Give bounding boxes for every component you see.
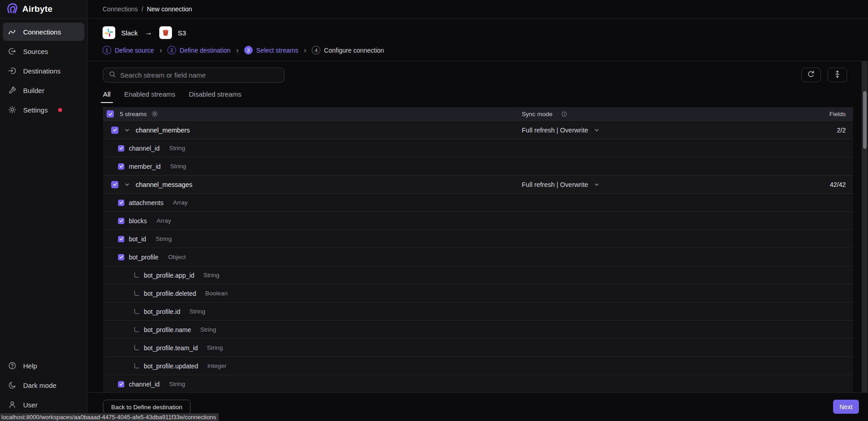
moon-icon [7,380,17,390]
field-name: bot_profile [129,254,158,261]
sidebar-item-dark-mode[interactable]: Dark mode [3,376,84,394]
tree-connector-icon [133,308,140,315]
field-row[interactable]: bot_profile.deletedBoolean [103,284,853,302]
next-button[interactable]: Next [833,400,859,414]
field-type: String [207,344,223,351]
sidebar-item-settings[interactable]: Settings [3,101,84,119]
scrollbar-thumb[interactable] [863,91,867,149]
step-configure-connection[interactable]: 4Configure connection [312,46,384,54]
field-name: blocks [129,217,147,225]
breadcrumb: Connections / New connection [88,0,868,19]
field-row[interactable]: member_idString [103,157,853,175]
field-row[interactable]: bot_profile.updatedInteger [103,357,853,375]
gear-icon[interactable] [151,110,158,117]
stream-checkbox[interactable] [111,181,118,188]
chevron-down-icon [593,127,600,133]
tree-connector-icon [133,326,140,333]
field-row[interactable]: bot_profile.app_idString [103,266,853,284]
sidebar-item-label: Destinations [23,67,61,75]
tab-enabled-streams[interactable]: Enabled streams [124,90,176,103]
fields-count: 42/42 [783,181,853,188]
sidebar-item-label: Help [23,362,37,370]
field-row[interactable]: bot_idString [103,230,853,248]
chevron-down-icon[interactable] [124,127,130,133]
back-button[interactable]: Back to Define destination [103,400,191,414]
stream-row[interactable]: channel_membersFull refresh | Overwrite2… [103,121,853,139]
stream-filter-tabs: AllEnabled streamsDisabled streams [88,83,868,103]
sync-mode-value: Full refresh | Overwrite [522,127,588,134]
stream-search[interactable] [103,68,284,83]
tree-connector-icon [133,290,140,297]
brand[interactable]: Airbyte [0,0,87,19]
step-define-source[interactable]: 1Define source [103,46,154,54]
stream-checkbox[interactable] [111,127,118,134]
sidebar-nav: ConnectionsSourcesDestinationsBuilderSet… [0,19,87,123]
field-row[interactable]: blocksArray [103,211,853,230]
step-select-streams[interactable]: 3Select streams [244,46,299,54]
field-checkbox[interactable] [118,236,124,242]
field-type: String [169,381,185,387]
sidebar: Airbyte ConnectionsSourcesDestinationsBu… [0,0,88,421]
breadcrumb-current: New connection [147,5,192,13]
arrow-right-icon: → [144,28,153,37]
expand-collapse-button[interactable] [828,68,847,82]
stream-name: channel_members [136,127,190,134]
search-icon [108,70,116,80]
refresh-schema-button[interactable] [801,68,821,82]
chevron-down-icon[interactable] [124,181,130,188]
field-checkbox[interactable] [118,254,124,260]
field-name: bot_profile.name [144,326,191,333]
sidebar-item-help[interactable]: Help [3,357,84,375]
sidebar-item-label: User [23,401,38,409]
source-name: Slack [121,29,138,37]
step-number: 2 [167,46,176,54]
tab-all[interactable]: All [103,90,111,103]
field-name: attachments [129,199,163,206]
step-separator-icon: › [236,46,239,54]
sidebar-item-sources[interactable]: Sources [3,42,84,60]
sidebar-item-connections[interactable]: Connections [3,23,84,41]
step-define-destination[interactable]: 2Define destination [167,46,230,54]
chevron-down-icon [593,181,600,188]
field-row[interactable]: bot_profile.idString [103,302,853,320]
field-type: String [200,326,216,333]
destinations-icon [7,66,17,76]
sidebar-item-builder[interactable]: Builder [3,81,84,99]
field-row[interactable]: channel_idString [103,139,853,157]
brand-name: Airbyte [22,4,53,14]
expand-vertical-icon [833,70,842,80]
tab-disabled-streams[interactable]: Disabled streams [189,90,241,103]
sidebar-item-user[interactable]: User [3,396,84,414]
status-url-bar: localhost:8000/workspaces/aa0baaad-4475-… [0,413,219,421]
sidebar-item-destinations[interactable]: Destinations [3,62,84,80]
sync-mode-select[interactable]: Full refresh | Overwrite [522,181,783,188]
field-row[interactable]: attachmentsArray [103,193,853,211]
field-checkbox[interactable] [118,145,124,152]
vertical-scrollbar[interactable] [862,61,868,392]
step-label: Define destination [180,47,230,54]
field-row[interactable]: bot_profileObject [103,248,853,266]
s3-icon [159,26,172,39]
tree-connector-icon [133,272,140,279]
sidebar-item-label: Connections [23,28,61,36]
streams-count-label: 5 streams [120,111,147,117]
field-checkbox[interactable] [118,381,124,387]
field-row[interactable]: bot_profile.nameString [103,320,853,338]
field-row[interactable]: channel_idString [103,375,853,392]
stream-name: channel_messages [136,181,192,188]
tree-connector-icon [133,362,140,369]
field-type: String [156,235,172,242]
stream-row[interactable]: channel_messagesFull refresh | Overwrite… [103,175,853,193]
field-checkbox[interactable] [118,218,124,224]
sync-mode-select[interactable]: Full refresh | Overwrite [522,127,783,134]
streams-toolbar [88,61,868,83]
select-all-checkbox[interactable] [107,110,114,117]
search-input[interactable] [120,71,279,79]
field-checkbox[interactable] [118,200,124,206]
breadcrumb-connections-link[interactable]: Connections [103,5,138,13]
field-row[interactable]: bot_profile.team_idString [103,338,853,357]
user-icon [7,400,17,410]
field-type: Object [168,254,186,260]
field-checkbox[interactable] [118,163,124,170]
streams-panel: AllEnabled streamsDisabled streams 5 str… [88,61,868,392]
